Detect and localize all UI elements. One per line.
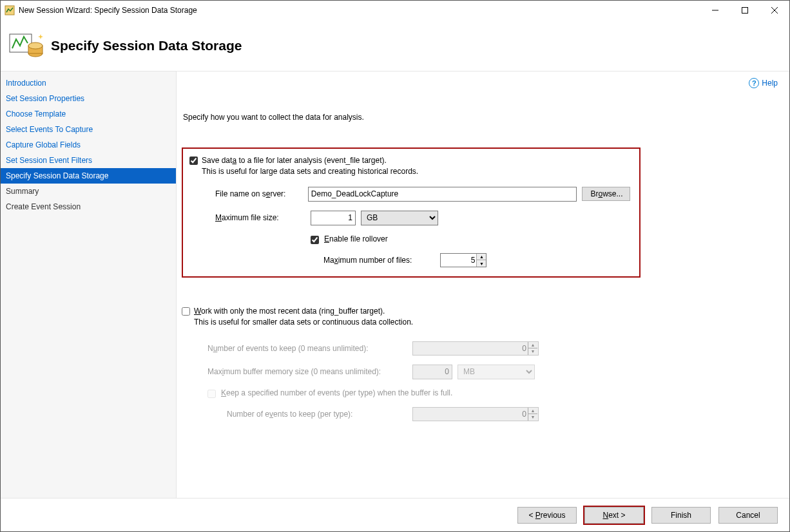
num-events-label: Number of events to keep (0 means unlimi…: [207, 344, 407, 353]
sidebar-item-select-events[interactable]: Select Events To Capture: [1, 122, 176, 137]
sidebar-item-set-session-properties[interactable]: Set Session Properties: [1, 91, 176, 106]
filename-label: File name on server:: [215, 189, 303, 198]
finish-button[interactable]: Finish: [651, 507, 711, 524]
window: New Session Wizard: Specify Session Data…: [0, 0, 790, 532]
keep-events-checkbox: [207, 390, 216, 398]
max-size-label: Maximum file size:: [215, 213, 305, 222]
spinner-up-icon: ▲: [528, 342, 537, 349]
max-files-spinner[interactable]: ▲▼: [440, 253, 487, 267]
close-button[interactable]: [760, 1, 789, 20]
maximize-button[interactable]: [730, 1, 760, 20]
max-files-label: Maximum number of files:: [323, 256, 412, 265]
page-title: Specify Session Data Storage: [51, 38, 242, 53]
intro-text: Specify how you want to collect the data…: [183, 113, 776, 122]
save-file-group: Save data to a file for later analysis (…: [182, 147, 641, 278]
num-events-input: [413, 342, 528, 355]
footer: < Previous Next > Finish Cancel: [1, 498, 789, 531]
spinner-down-icon: ▼: [528, 414, 537, 421]
sidebar-item-specify-storage[interactable]: Specify Session Data Storage: [1, 168, 176, 184]
num-events-spinner: ▲▼: [412, 341, 539, 356]
per-type-spinner: ▲▼: [412, 407, 539, 421]
header: Specify Session Data Storage: [1, 20, 789, 71]
size-unit-select[interactable]: GB: [361, 211, 438, 225]
per-type-label: Number of events to keep (per type):: [227, 410, 407, 419]
keep-events-label: Keep a specified number of events (per t…: [221, 388, 452, 397]
ring-buffer-label: Work with only the most recent data (rin…: [194, 306, 413, 328]
sidebar: Introduction Set Session Properties Choo…: [1, 71, 177, 498]
max-size-input[interactable]: [311, 211, 356, 225]
cancel-button[interactable]: Cancel: [718, 507, 778, 524]
spinner-up-icon: ▲: [528, 408, 537, 415]
previous-button[interactable]: < Previous: [517, 507, 577, 524]
app-icon: [5, 5, 15, 15]
mem-unit-select: MB: [458, 365, 535, 379]
rollover-label: Enable file rollover: [324, 234, 388, 243]
save-file-label: Save data to a file for later analysis (…: [202, 155, 418, 178]
filename-input[interactable]: [308, 187, 577, 202]
next-button[interactable]: Next >: [584, 507, 644, 524]
svg-rect-2: [742, 8, 748, 14]
sidebar-item-create-session[interactable]: Create Event Session: [1, 199, 176, 214]
max-files-input[interactable]: [441, 254, 476, 267]
sidebar-item-introduction[interactable]: Introduction: [1, 75, 176, 91]
browse-button[interactable]: Browse...: [582, 187, 630, 201]
help-icon: ?: [749, 78, 759, 88]
spinner-down-icon[interactable]: ▼: [477, 260, 486, 267]
spinner-down-icon: ▼: [528, 348, 537, 355]
sidebar-item-choose-template[interactable]: Choose Template: [1, 106, 176, 122]
rollover-checkbox[interactable]: [311, 236, 319, 244]
max-mem-input: [412, 365, 452, 379]
spinner-up-icon[interactable]: ▲: [477, 254, 486, 261]
titlebar: New Session Wizard: Specify Session Data…: [1, 1, 789, 20]
help-link[interactable]: ? Help: [749, 78, 778, 88]
content: ? Help Specify how you want to collect t…: [177, 71, 789, 498]
window-title: New Session Wizard: Specify Session Data…: [19, 6, 197, 15]
max-mem-label: Maximum buffer memory size (0 means unli…: [207, 367, 407, 376]
sidebar-item-set-filters[interactable]: Set Session Event Filters: [1, 153, 176, 168]
minimize-button[interactable]: [700, 1, 730, 20]
ring-buffer-checkbox[interactable]: [182, 307, 190, 316]
sidebar-item-summary[interactable]: Summary: [1, 184, 176, 199]
help-label: Help: [762, 79, 778, 88]
save-file-checkbox[interactable]: [189, 157, 198, 165]
ring-buffer-group: Work with only the most recent data (rin…: [182, 306, 776, 421]
wizard-icon: [8, 30, 44, 61]
per-type-input: [413, 408, 528, 421]
sidebar-item-capture-global-fields[interactable]: Capture Global Fields: [1, 137, 176, 153]
svg-point-8: [28, 43, 43, 49]
